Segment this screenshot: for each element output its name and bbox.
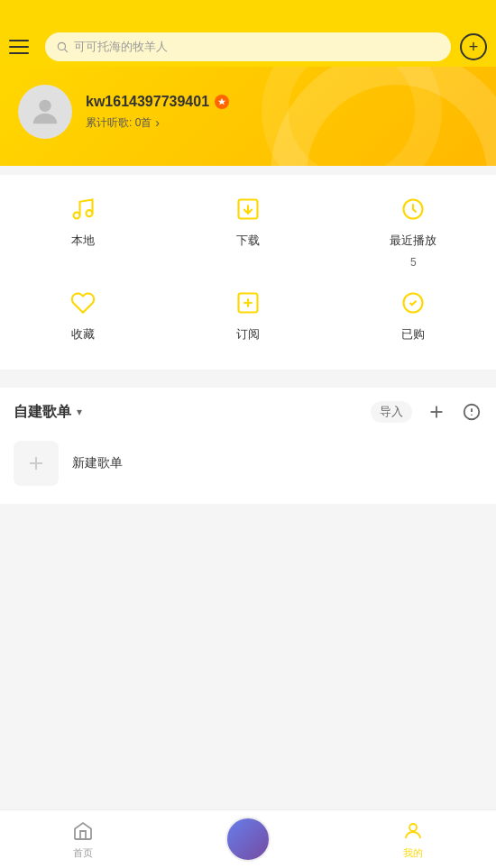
user-icon	[401, 819, 425, 843]
divider	[0, 379, 496, 388]
avatar[interactable]	[18, 85, 72, 139]
player-disc	[225, 817, 271, 862]
menu-button[interactable]	[9, 33, 36, 60]
grid-item-local[interactable]: 本地	[1, 193, 165, 269]
grid-item-favorite[interactable]: 收藏	[1, 287, 165, 343]
header-actions: 导入	[371, 401, 482, 423]
recent-label: 最近播放	[390, 233, 436, 249]
plus-icon	[427, 402, 446, 422]
tab-home-label: 首页	[73, 846, 93, 860]
add-button[interactable]: +	[460, 33, 487, 60]
purchased-label: 已购	[401, 326, 425, 343]
new-playlist-item[interactable]: 新建歌单	[14, 436, 482, 490]
local-icon	[67, 193, 99, 225]
download-label: 下载	[236, 233, 260, 249]
purchased-icon	[397, 287, 429, 319]
grid-item-download[interactable]: 下载	[166, 193, 330, 269]
tab-player[interactable]	[165, 817, 330, 862]
plus-circle-icon	[25, 452, 47, 474]
grid-row-2: 收藏 订阅 已购	[0, 287, 496, 343]
vip-badge	[215, 95, 229, 109]
grid-item-purchased[interactable]: 已购	[332, 287, 496, 343]
svg-point-19	[409, 824, 417, 831]
username: kw1614397739401	[86, 94, 209, 110]
svg-point-4	[86, 210, 92, 216]
subscribe-icon	[232, 287, 264, 319]
search-icon	[56, 41, 69, 53]
new-playlist-icon	[14, 441, 59, 486]
svg-line-1	[65, 50, 68, 52]
sort-button[interactable]	[461, 401, 482, 423]
subscribe-label: 订阅	[236, 326, 260, 343]
playlist-header: 自建歌单 ▾ 导入	[14, 401, 482, 423]
favorite-icon	[67, 287, 99, 319]
recent-count: 5	[410, 256, 417, 269]
sort-icon	[462, 402, 482, 422]
status-bar	[0, 0, 496, 27]
grid-item-subscribe[interactable]: 订阅	[166, 287, 330, 343]
chevron-down-icon: ▾	[77, 406, 82, 418]
grid-item-recent[interactable]: 最近播放 5	[332, 193, 496, 269]
new-playlist-label: 新建歌单	[72, 455, 123, 471]
bottom-tab-bar: 首页 我的	[0, 809, 496, 868]
search-placeholder: 可可托海的牧羊人	[74, 39, 168, 55]
home-icon	[71, 819, 95, 843]
tab-mine-label: 我的	[403, 846, 423, 860]
favorite-label: 收藏	[71, 326, 95, 343]
add-playlist-button[interactable]	[426, 401, 447, 423]
search-bar[interactable]: 可可托海的牧羊人	[45, 32, 451, 61]
top-nav: 可可托海的牧羊人 +	[0, 27, 496, 67]
playlist-title: 自建歌单	[14, 403, 71, 422]
download-icon	[232, 193, 264, 225]
grid-row-1: 本地 下载 最近播放 5	[0, 193, 496, 269]
profile-info: kw1614397739401 累计听歌: 0首	[86, 94, 478, 131]
local-label: 本地	[71, 233, 95, 249]
tab-home[interactable]: 首页	[0, 819, 165, 860]
svg-point-3	[73, 213, 79, 219]
playlist-section: 自建歌单 ▾ 导入 新建歌单	[0, 388, 496, 504]
listen-count[interactable]: 累计听歌: 0首	[86, 115, 478, 131]
profile-banner: kw1614397739401 累计听歌: 0首	[0, 67, 496, 166]
playlist-title-row: 自建歌单 ▾	[14, 403, 82, 422]
recent-icon	[397, 193, 429, 225]
avatar-icon	[27, 94, 63, 130]
import-button[interactable]: 导入	[371, 401, 412, 423]
svg-point-0	[58, 42, 65, 50]
vip-icon	[217, 97, 226, 106]
tab-mine[interactable]: 我的	[331, 819, 496, 860]
grid-menu: 本地 下载 最近播放 5 收	[0, 175, 496, 370]
svg-point-2	[39, 100, 51, 112]
